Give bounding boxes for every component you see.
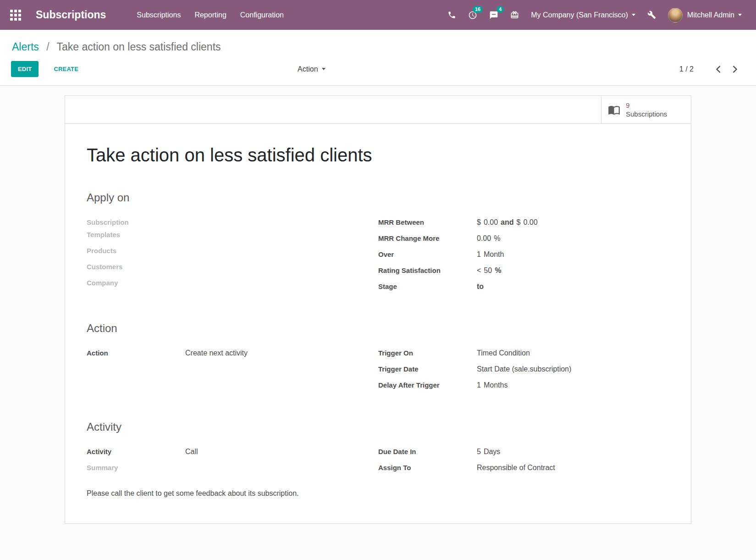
- field-value-action: Create next activity: [185, 347, 250, 359]
- field-trigger-on: Trigger On Timed Condition: [378, 347, 662, 359]
- breadcrumb-current: Take action on less satisfied clients: [57, 41, 221, 53]
- phone-icon: [447, 11, 456, 19]
- field-label-trigger-date: Trigger Date: [378, 363, 477, 375]
- field-label-subscription-templates: Subscription Templates: [87, 216, 151, 241]
- open-book-icon: [608, 104, 620, 116]
- company-switcher[interactable]: My Company (San Francisco): [525, 0, 641, 30]
- user-name: Mitchell Admin: [687, 11, 734, 19]
- chevron-right-icon: [732, 65, 738, 73]
- field-value-delay-after-trigger: 1 Months: [477, 379, 510, 391]
- field-label-delay-after-trigger: Delay After Trigger: [378, 379, 477, 391]
- messages-button[interactable]: 4: [483, 0, 504, 30]
- field-value-mrr-between: $ 0.00 and $ 0.00: [477, 216, 541, 228]
- field-products: Products: [87, 244, 378, 257]
- menu-subscriptions[interactable]: Subscriptions: [130, 0, 188, 30]
- activity-left-column: Activity Call Summary: [87, 445, 378, 477]
- stat-label: Subscriptions: [626, 110, 667, 119]
- section-action: Action Action Create next activity Trigg…: [87, 322, 662, 395]
- field-summary: Summary: [87, 461, 378, 474]
- apply-on-right-column: MRR Between $ 0.00 and $ 0.00 MRR Change…: [378, 216, 662, 296]
- field-value-mrr-change-more: 0.00 %: [477, 232, 503, 244]
- field-company: Company: [87, 277, 378, 289]
- activities-count-badge: 16: [473, 6, 483, 13]
- field-delay-after-trigger: Delay After Trigger 1 Months: [378, 379, 662, 391]
- apply-on-heading: Apply on: [87, 191, 662, 204]
- field-label-customers: Customers: [87, 261, 151, 273]
- action-menu-label: Action: [298, 65, 318, 73]
- content-area: 9 Subscriptions Take action on less sati…: [0, 86, 756, 560]
- messages-count-badge: 4: [497, 6, 504, 13]
- field-value-over: 1 Month: [477, 248, 507, 261]
- form-sheet: 9 Subscriptions Take action on less sati…: [65, 95, 691, 524]
- debug-tools-button[interactable]: [641, 0, 662, 30]
- apps-grid-icon: [10, 10, 21, 21]
- sheet-body: Take action on less satisfied clients Ap…: [65, 145, 691, 518]
- avatar: [668, 8, 683, 22]
- field-label-due-date-in: Due Date In: [378, 445, 477, 458]
- stat-count: 9: [626, 101, 667, 110]
- control-panel: EDIT CREATE Action 1 / 2: [0, 54, 756, 86]
- field-due-date-in: Due Date In 5 Days: [378, 445, 662, 458]
- field-trigger-date: Trigger Date Start Date (sale.subscripti…: [378, 363, 662, 375]
- caret-down-icon: [738, 14, 742, 16]
- field-label-assign-to: Assign To: [378, 461, 477, 474]
- field-rating-satisfaction: Rating Satisfaction < 50 %: [378, 264, 662, 277]
- field-action: Action Create next activity: [87, 347, 378, 359]
- field-value-assign-to: Responsible of Contract: [477, 461, 558, 474]
- pager-previous-button[interactable]: [710, 63, 727, 75]
- field-label-trigger-on: Trigger On: [378, 347, 477, 359]
- apps-menu-button[interactable]: [7, 7, 24, 23]
- menu-reporting[interactable]: Reporting: [188, 0, 233, 30]
- top-navbar: Subscriptions Subscriptions Reporting Co…: [0, 0, 756, 30]
- field-label-mrr-between: MRR Between: [378, 216, 477, 228]
- field-value-trigger-date: Start Date (sale.subscription): [477, 363, 574, 375]
- field-value-due-date-in: 5 Days: [477, 445, 503, 458]
- breadcrumb: Alerts / Take action on less satisfied c…: [0, 30, 756, 54]
- field-label-stage: Stage: [378, 280, 477, 293]
- field-label-over: Over: [378, 248, 477, 261]
- apply-on-left-column: Subscription Templates Products Customer…: [87, 216, 378, 296]
- main-menu: Subscriptions Reporting Configuration: [130, 0, 291, 30]
- field-over: Over 1 Month: [378, 248, 662, 261]
- section-apply-on: Apply on Subscription Templates Products…: [87, 191, 662, 296]
- app-brand[interactable]: Subscriptions: [36, 9, 106, 21]
- action-right-column: Trigger On Timed Condition Trigger Date …: [378, 347, 662, 395]
- caret-down-icon: [632, 14, 635, 16]
- field-label-company: Company: [87, 277, 151, 289]
- pager: 1 / 2: [679, 63, 743, 75]
- field-label-action: Action: [87, 347, 185, 359]
- user-menu[interactable]: Mitchell Admin: [662, 0, 748, 30]
- field-activity: Activity Call: [87, 445, 378, 458]
- caret-down-icon: [322, 68, 326, 70]
- field-assign-to: Assign To Responsible of Contract: [378, 461, 662, 474]
- field-label-activity: Activity: [87, 445, 185, 458]
- activity-heading: Activity: [87, 421, 662, 433]
- pager-next-button[interactable]: [727, 63, 743, 75]
- field-mrr-between: MRR Between $ 0.00 and $ 0.00: [378, 216, 662, 228]
- company-name: My Company (San Francisco): [531, 11, 628, 19]
- field-label-products: Products: [87, 244, 151, 257]
- wrench-icon: [647, 11, 656, 19]
- field-value-rating-satisfaction: < 50 %: [477, 264, 504, 277]
- breadcrumb-alerts-link[interactable]: Alerts: [12, 41, 39, 53]
- breadcrumb-separator: /: [46, 41, 49, 53]
- field-stage: Stage to: [378, 280, 662, 293]
- action-menu-button[interactable]: Action: [298, 65, 325, 73]
- field-value-stage: to: [477, 280, 486, 293]
- menu-configuration[interactable]: Configuration: [233, 0, 291, 30]
- create-button[interactable]: CREATE: [54, 66, 78, 72]
- field-customers: Customers: [87, 261, 378, 273]
- field-label-rating-satisfaction: Rating Satisfaction: [378, 264, 477, 277]
- subscriptions-stat-button[interactable]: 9 Subscriptions: [601, 96, 691, 123]
- record-title: Take action on less satisfied clients: [87, 145, 662, 166]
- voip-phone-button[interactable]: [441, 0, 462, 30]
- chevron-left-icon: [716, 65, 721, 73]
- field-value-activity: Call: [185, 445, 201, 458]
- activities-button[interactable]: 16: [462, 0, 483, 30]
- action-heading: Action: [87, 322, 662, 335]
- field-label-mrr-change-more: MRR Change More: [378, 232, 477, 244]
- rewards-button[interactable]: [504, 0, 525, 30]
- action-left-column: Action Create next activity: [87, 347, 378, 395]
- gift-icon: [510, 11, 519, 19]
- edit-button[interactable]: EDIT: [11, 61, 39, 77]
